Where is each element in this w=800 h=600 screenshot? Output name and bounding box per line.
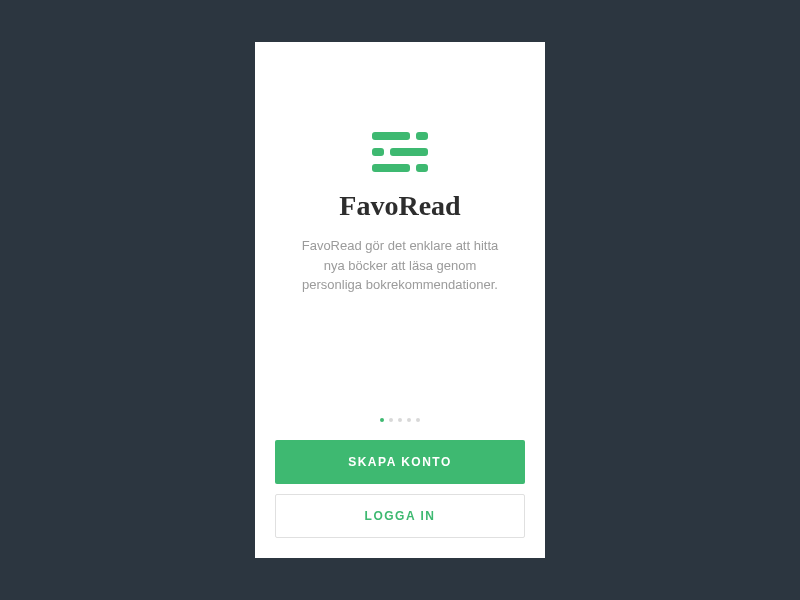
page-dot-4[interactable] xyxy=(407,418,411,422)
create-account-button[interactable]: SKAPA KONTO xyxy=(275,440,525,484)
onboarding-screen: FavoRead FavoRead gör det enklare att hi… xyxy=(255,42,545,558)
page-dot-1[interactable] xyxy=(380,418,384,422)
login-button[interactable]: LOGGA IN xyxy=(275,494,525,538)
page-dot-5[interactable] xyxy=(416,418,420,422)
app-description: FavoRead gör det enklare att hitta nya b… xyxy=(270,236,530,295)
content-area: FavoRead FavoRead gör det enklare att hi… xyxy=(255,42,545,418)
bottom-section: SKAPA KONTO LOGGA IN xyxy=(255,418,545,558)
page-dot-2[interactable] xyxy=(389,418,393,422)
app-title: FavoRead xyxy=(339,190,460,222)
logo-container xyxy=(372,132,428,172)
page-indicators xyxy=(275,418,525,422)
favoread-logo-icon xyxy=(372,132,428,172)
page-dot-3[interactable] xyxy=(398,418,402,422)
